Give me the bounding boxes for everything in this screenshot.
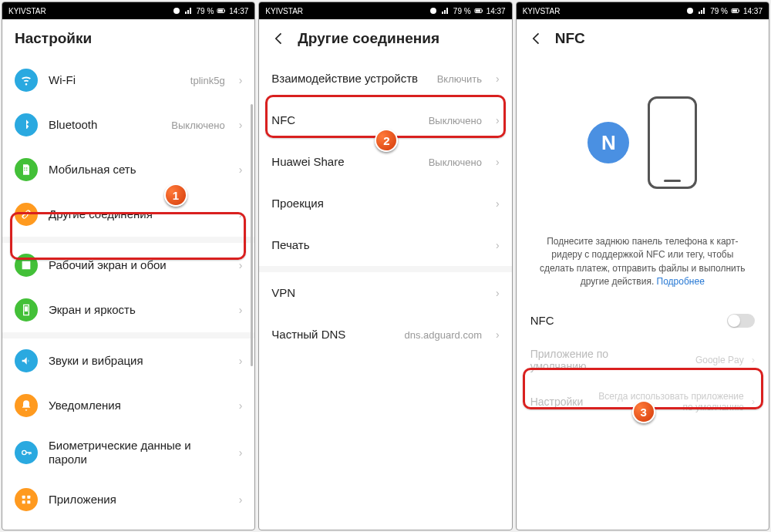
- svg-rect-1: [218, 10, 223, 12]
- battery-pct: 79 %: [453, 7, 471, 15]
- chevron-right-icon: ›: [496, 114, 500, 126]
- connection-row[interactable]: Печать ›: [259, 224, 511, 266]
- svg-rect-8: [27, 500, 30, 503]
- chevron-right-icon: ›: [239, 259, 243, 271]
- header: NFC: [517, 19, 769, 58]
- row-value: dns.adguard.com: [405, 329, 482, 341]
- bt-icon: [15, 113, 38, 136]
- chevron-right-icon: ›: [496, 287, 500, 299]
- learn-more-link[interactable]: Подробнее: [657, 276, 705, 287]
- connection-row[interactable]: NFC Выключено ›: [259, 99, 511, 141]
- scrollbar[interactable]: [251, 104, 253, 366]
- nfc-logo-icon: N: [588, 122, 629, 163]
- sim-icon: [15, 158, 38, 181]
- svg-rect-13: [732, 10, 737, 12]
- settings-row[interactable]: Биометрические данные и пароли ›: [2, 428, 254, 477]
- connections-list[interactable]: Взаимодействие устройств Включить ›NFC В…: [259, 58, 511, 530]
- signal-icon: [698, 6, 707, 15]
- header: Другие соединения: [259, 19, 511, 58]
- chevron-right-icon: ›: [239, 74, 243, 86]
- svg-rect-10: [476, 10, 480, 12]
- row-label: Приложения: [49, 493, 228, 507]
- row-label: Bluetooth: [49, 118, 160, 132]
- row-value: tplink5g: [190, 75, 225, 86]
- nfc-switch[interactable]: [727, 314, 755, 328]
- page-title: Другие соединения: [298, 30, 439, 47]
- wifi-icon: [15, 69, 38, 92]
- row-label: NFC: [271, 113, 417, 127]
- sound-icon: [15, 349, 38, 372]
- row-label: Частный DNS: [271, 328, 393, 342]
- row-label: Другие соединения: [49, 207, 228, 221]
- phone-outline-icon: [648, 96, 697, 189]
- settings-row[interactable]: Рабочий экран и обои ›: [2, 243, 254, 288]
- section-divider: [2, 237, 254, 243]
- alarm-icon: [429, 6, 438, 15]
- chevron-right-icon: ›: [239, 355, 243, 367]
- back-icon[interactable]: [529, 31, 544, 46]
- status-bar: KYIVSTAR 79 % 14:37: [517, 2, 769, 19]
- row-label: Взаимодействие устройств: [271, 72, 426, 86]
- chevron-right-icon: ›: [752, 354, 755, 365]
- back-icon[interactable]: [271, 31, 287, 46]
- svg-rect-5: [22, 496, 25, 499]
- chevron-right-icon: ›: [239, 493, 243, 506]
- connection-row[interactable]: Huawei Share Выключено ›: [259, 141, 511, 183]
- chevron-right-icon: ›: [496, 197, 500, 210]
- settings-row[interactable]: Мобильная сеть ›: [2, 147, 254, 192]
- settings-row[interactable]: Уведомления ›: [2, 383, 254, 428]
- chevron-right-icon: ›: [239, 163, 243, 176]
- page-title: NFC: [555, 30, 585, 47]
- chevron-right-icon: ›: [239, 446, 243, 459]
- connection-row[interactable]: Проекция ›: [259, 183, 511, 224]
- chevron-right-icon: ›: [496, 328, 500, 341]
- row-value: Выключено: [429, 115, 482, 126]
- settings-row[interactable]: Другие соединения ›: [2, 192, 254, 237]
- svg-rect-3: [25, 306, 28, 311]
- settings-row[interactable]: Экран и яркость ›: [2, 288, 254, 332]
- nfc-toggle-label: NFC: [530, 314, 727, 327]
- row-value: Выключено: [171, 120, 224, 131]
- nfc-illustration: N: [517, 58, 769, 235]
- connection-row[interactable]: Частный DNS dns.adguard.com ›: [259, 314, 511, 355]
- chevron-right-icon: ›: [239, 208, 243, 221]
- nfc-description: Поднесите заднюю панель телефона к карт-…: [517, 235, 769, 303]
- svg-rect-14: [739, 10, 739, 12]
- settings-row[interactable]: Wi-Fi tplink5g ›: [2, 58, 254, 103]
- row-label: Проекция: [271, 197, 485, 210]
- chevron-right-icon: ›: [496, 239, 500, 251]
- chevron-right-icon: ›: [239, 399, 243, 412]
- signal-icon: [441, 6, 450, 15]
- row-label: VPN: [271, 286, 485, 300]
- row-label: Печать: [271, 238, 485, 252]
- connection-row[interactable]: VPN ›: [259, 272, 511, 314]
- nfc-toggle-row[interactable]: NFC: [517, 303, 769, 338]
- svg-point-4: [22, 450, 26, 454]
- svg-rect-11: [482, 10, 483, 12]
- row-label: Звуки и вибрация: [49, 354, 228, 368]
- chevron-right-icon: ›: [496, 72, 500, 85]
- settings-row[interactable]: Bluetooth Выключено ›: [2, 103, 254, 147]
- status-bar: KYIVSTAR 79 % 14:37: [259, 2, 511, 19]
- apps-icon: [15, 488, 38, 511]
- signal-icon: [184, 6, 194, 15]
- carrier: KYIVSTAR: [8, 7, 46, 15]
- row-label: Рабочий экран и обои: [49, 258, 228, 272]
- chevron-right-icon: ›: [239, 119, 243, 131]
- bell-icon: [15, 394, 38, 417]
- row-label: Wi-Fi: [49, 73, 180, 87]
- settings-row[interactable]: Звуки и вибрация ›: [2, 338, 254, 383]
- clock: 14:37: [487, 7, 506, 15]
- chevron-right-icon: ›: [752, 396, 755, 407]
- settings-row: Настройки Всегда использовать приложение…: [517, 382, 769, 422]
- settings-row[interactable]: Приложения ›: [2, 477, 254, 522]
- row-label: Биометрические данные и пароли: [49, 439, 228, 466]
- bright-icon: [15, 298, 38, 322]
- key-icon: [15, 441, 38, 464]
- connection-row[interactable]: Взаимодействие устройств Включить ›: [259, 58, 511, 99]
- section-divider: [2, 332, 254, 338]
- battery-pct: 79 %: [710, 7, 728, 15]
- status-bar: KYIVSTAR 79 % 14:37: [2, 2, 254, 19]
- row-label: Huawei Share: [271, 155, 417, 169]
- settings-list[interactable]: Wi-Fi tplink5g › Bluetooth Выключено › М…: [2, 58, 254, 530]
